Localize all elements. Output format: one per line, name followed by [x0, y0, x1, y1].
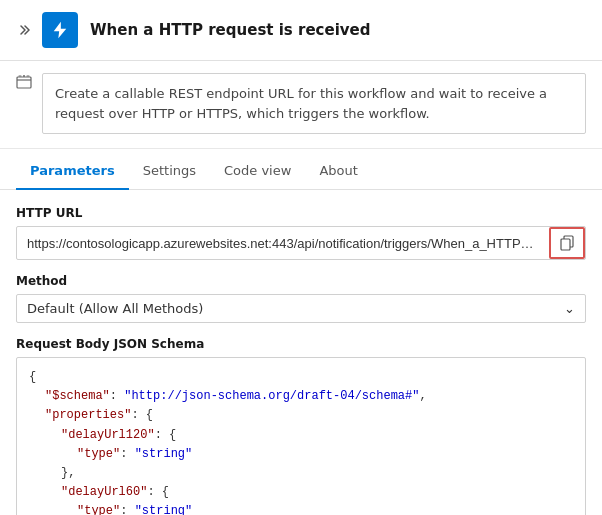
method-value: Default (Allow All Methods) [27, 301, 203, 316]
json-key: "delayUrl60" [61, 485, 147, 499]
tab-about[interactable]: About [305, 153, 371, 190]
json-line: "delayUrl120": { [29, 426, 573, 445]
trigger-header: When a HTTP request is received [0, 0, 602, 61]
json-line: }, [29, 464, 573, 483]
json-line: "type": "string" [29, 502, 573, 515]
method-dropdown[interactable]: Default (Allow All Methods) ⌄ [16, 294, 586, 323]
tab-codeview[interactable]: Code view [210, 153, 305, 190]
parameters-panel: HTTP URL Method Default (Allow All Metho… [0, 190, 602, 515]
expand-button[interactable] [16, 23, 30, 37]
json-key: "$schema" [45, 389, 110, 403]
json-key: "properties" [45, 408, 131, 422]
json-line: "properties": { [29, 406, 573, 425]
json-value: "string" [135, 447, 193, 461]
svg-point-1 [23, 75, 25, 77]
header-title: When a HTTP request is received [90, 21, 370, 39]
chevron-down-icon: ⌄ [564, 301, 575, 316]
info-section: Create a callable REST endpoint URL for … [0, 61, 602, 149]
tab-bar: Parameters Settings Code view About [0, 153, 602, 190]
json-line: { [29, 368, 573, 387]
http-url-label: HTTP URL [16, 206, 586, 220]
tab-settings[interactable]: Settings [129, 153, 210, 190]
json-key: "type" [77, 504, 120, 515]
json-schema-editor[interactable]: { "$schema": "http://json-schema.org/dra… [16, 357, 586, 515]
method-label: Method [16, 274, 586, 288]
json-line: "type": "string" [29, 445, 573, 464]
json-value: "http://json-schema.org/draft-04/schema#… [124, 389, 419, 403]
http-url-field [16, 226, 586, 260]
svg-rect-3 [561, 239, 570, 250]
json-value: "string" [135, 504, 193, 515]
http-url-input[interactable] [17, 230, 549, 257]
copy-url-button[interactable] [549, 227, 585, 259]
trigger-icon [42, 12, 78, 48]
json-key: "type" [77, 447, 120, 461]
json-line: "$schema": "http://json-schema.org/draft… [29, 387, 573, 406]
info-text: Create a callable REST endpoint URL for … [42, 73, 586, 134]
json-line: "delayUrl60": { [29, 483, 573, 502]
json-schema-label: Request Body JSON Schema [16, 337, 586, 351]
info-icon [16, 74, 32, 93]
json-key: "delayUrl120" [61, 428, 155, 442]
tab-parameters[interactable]: Parameters [16, 153, 129, 190]
svg-rect-0 [17, 77, 31, 88]
